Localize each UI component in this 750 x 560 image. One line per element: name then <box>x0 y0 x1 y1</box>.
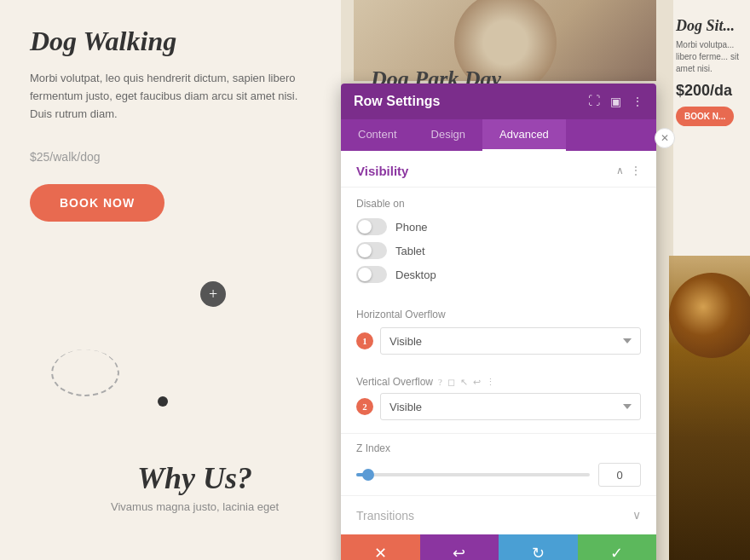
slider-row <box>356 463 641 487</box>
vertical-overflow-select[interactable]: Visible Hidden Scroll Auto <box>380 393 641 420</box>
add-section-button[interactable]: + <box>200 281 226 307</box>
visibility-more-icon[interactable]: ⋮ <box>631 165 641 177</box>
panel-header-icons: ⛶ ▣ ⋮ <box>588 95 643 109</box>
slider-thumb[interactable] <box>362 469 374 481</box>
disable-on-section: Disable on Phone Tablet Desktop <box>341 188 656 300</box>
horizontal-overflow-label: Horizontal Overflow <box>356 309 641 320</box>
tablet-label: Tablet <box>395 245 425 257</box>
visibility-title: Visibility <box>356 164 408 178</box>
dog-sit-book-button[interactable]: Book N... <box>676 107 734 126</box>
dog-walking-price: $25/walk/dog <box>30 140 311 167</box>
book-now-button[interactable]: Book Now <box>30 184 164 222</box>
phone-toggle-row: Phone <box>356 218 641 235</box>
expand-icon[interactable]: ⛶ <box>588 95 600 108</box>
horizontal-overflow-select[interactable]: Visible Hidden Scroll Auto <box>380 327 641 355</box>
collapse-icon[interactable]: ∧ <box>616 165 624 177</box>
right-content: Dog Sit... Morbi volutpa... libero ferme… <box>669 0 750 143</box>
help-icon[interactable]: ? <box>438 377 442 387</box>
phone-toggle[interactable] <box>356 218 387 235</box>
undo-button[interactable]: ↩ <box>420 534 499 560</box>
panel-body: Visibility ∧ ⋮ Disable on Phone Tablet D… <box>341 151 656 560</box>
vertical-overflow-row: 2 Visible Hidden Scroll Auto <box>356 393 641 420</box>
vertical-overflow-badge: 2 <box>356 398 373 415</box>
copy-icon[interactable]: ◻ <box>447 377 455 388</box>
panel-footer: ✕ ↩ ↻ ✓ <box>341 534 656 560</box>
why-us-section: Why Us? Vivamus magna justo, lacinia ege… <box>111 460 279 513</box>
disable-on-label: Disable on <box>356 198 641 210</box>
tab-advanced[interactable]: Advanced <box>482 119 566 151</box>
panel-header: Row Settings ⛶ ▣ ⋮ <box>341 84 656 119</box>
dog-eye-detail <box>669 273 750 358</box>
vertical-overflow-section: Vertical Overflow ? ◻ ↖ ↩ ⋮ 2 Visible Hi… <box>341 367 656 433</box>
desktop-toggle[interactable] <box>356 266 387 283</box>
tablet-toggle-row: Tablet <box>356 242 641 259</box>
dog-sit-price: $200/da <box>676 82 743 100</box>
dog-walking-title: Dog Walking <box>30 26 311 57</box>
cursor-icon[interactable]: ↖ <box>460 377 468 388</box>
left-content: Dog Walking Morbi volutpat, leo quis hen… <box>0 0 341 247</box>
phone-label: Phone <box>395 221 428 234</box>
vertical-overflow-label: Vertical Overflow <box>356 376 433 388</box>
dog-walking-desc: Morbi volutpat, leo quis hendrerit dictu… <box>30 70 311 123</box>
vertical-more-icon[interactable]: ⋮ <box>486 377 495 388</box>
tablet-toggle[interactable] <box>356 242 387 259</box>
row-settings-panel: Row Settings ⛶ ▣ ⋮ Content Design Advanc… <box>341 84 656 560</box>
more-options-icon[interactable]: ⋮ <box>632 95 643 109</box>
horizontal-overflow-row: 1 Visible Hidden Scroll Auto <box>356 327 641 355</box>
decorative-circle <box>51 349 119 396</box>
cancel-button[interactable]: ✕ <box>341 534 420 560</box>
tab-design[interactable]: Design <box>414 119 482 151</box>
dog-sit-desc: Morbi volutpa... libero ferme... sit ame… <box>676 39 743 75</box>
why-us-title: Why Us? <box>111 460 279 496</box>
why-us-desc: Vivamus magna justo, lacinia eget <box>111 500 279 513</box>
layout-icon[interactable]: ▣ <box>610 95 621 109</box>
transitions-chevron-icon: ∨ <box>632 508 641 522</box>
z-index-section: Z Index <box>341 433 656 495</box>
panel-close-button[interactable]: ✕ <box>655 128 675 148</box>
transitions-section[interactable]: Transitions ∨ <box>341 495 656 534</box>
transitions-label: Transitions <box>356 509 414 522</box>
z-index-input[interactable] <box>598 463 641 487</box>
visibility-section-header: Visibility ∧ ⋮ <box>341 151 656 188</box>
panel-tabs: Content Design Advanced <box>341 119 656 151</box>
decorative-dot <box>158 396 168 407</box>
tab-content[interactable]: Content <box>341 119 414 151</box>
dog-sit-title: Dog Sit... <box>676 17 743 35</box>
confirm-button[interactable]: ✓ <box>578 534 657 560</box>
z-index-label: Z Index <box>356 442 641 454</box>
vertical-overflow-header: Vertical Overflow ? ◻ ↖ ↩ ⋮ <box>356 376 641 388</box>
horizontal-overflow-section: Horizontal Overflow 1 Visible Hidden Scr… <box>341 300 656 367</box>
redo-button[interactable]: ↻ <box>499 534 578 560</box>
dog-photo <box>669 256 750 560</box>
slider-container <box>356 473 590 476</box>
desktop-label: Desktop <box>395 268 436 281</box>
desktop-toggle-row: Desktop <box>356 266 641 283</box>
horizontal-overflow-badge: 1 <box>356 332 373 349</box>
section-controls: ∧ ⋮ <box>616 165 641 177</box>
reset-icon[interactable]: ↩ <box>473 377 481 388</box>
panel-title: Row Settings <box>354 94 440 109</box>
